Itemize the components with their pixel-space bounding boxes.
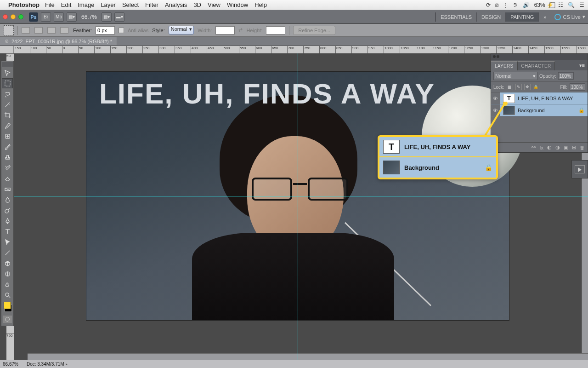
collapsed-panel[interactable] xyxy=(571,160,588,178)
subtract-selection-button[interactable] xyxy=(47,27,56,34)
new-selection-button[interactable] xyxy=(22,27,30,34)
workspace-painting[interactable]: PAINTING xyxy=(505,12,538,22)
lock-pixels-icon[interactable]: ✎ xyxy=(515,84,522,90)
history-brush-tool[interactable] xyxy=(2,163,13,173)
menu-window[interactable]: Window xyxy=(227,1,248,8)
tools-panel-grip[interactable] xyxy=(2,62,13,67)
line-tool[interactable] xyxy=(2,247,13,258)
airplay-icon[interactable]: ⎚ xyxy=(495,2,498,8)
menu-view[interactable]: View xyxy=(208,1,220,8)
layer-name[interactable]: LIFE, UH, FINDS A WAY xyxy=(518,96,573,101)
document-tab[interactable]: ⊗ 2422_FPT_00051R.jpg @ 66.7% (RGB/8#) * xyxy=(0,37,117,45)
blur-tool[interactable] xyxy=(2,195,13,205)
workspace-more-button[interactable]: » xyxy=(538,12,551,22)
horizontal-ruler[interactable]: 1501005005010015020025030035040045050055… xyxy=(14,46,588,53)
foreground-color-swatch[interactable] xyxy=(4,302,11,309)
height-input[interactable] xyxy=(266,26,285,34)
menu-3d[interactable]: 3D xyxy=(193,1,201,8)
refine-edge-button[interactable]: Refine Edge... xyxy=(293,26,335,35)
menu-filter[interactable]: Filter xyxy=(145,1,158,8)
gradient-tool[interactable] xyxy=(2,184,13,194)
style-select[interactable]: Normal ▾ xyxy=(169,26,194,34)
layer-mask-icon[interactable]: ◐ xyxy=(547,144,552,150)
menu-analysis[interactable]: Analysis xyxy=(165,1,187,8)
lock-transparency-icon[interactable]: ▦ xyxy=(507,84,513,90)
wand-tool[interactable] xyxy=(2,99,13,109)
intersect-selection-button[interactable] xyxy=(60,27,68,34)
opacity-input[interactable]: 100% xyxy=(558,72,574,80)
quick-mask-button[interactable] xyxy=(3,316,12,323)
3d-object-tool[interactable] xyxy=(2,258,13,268)
visibility-toggle-icon[interactable]: 👁 xyxy=(491,92,500,104)
menu-edit[interactable]: Edit xyxy=(61,1,71,8)
character-tab[interactable]: CHARACTER xyxy=(518,61,555,70)
swap-dimensions-icon[interactable]: ⇄ xyxy=(238,27,243,33)
volume-icon[interactable]: 🔊 xyxy=(523,2,530,8)
vertical-guide[interactable] xyxy=(298,53,298,360)
new-layer-icon[interactable]: ⊞ xyxy=(572,144,576,150)
add-selection-button[interactable] xyxy=(34,27,43,34)
crop-tool[interactable] xyxy=(2,110,13,120)
minimize-window-button[interactable] xyxy=(11,14,16,19)
text-layer-rendered[interactable]: LIFE, UH, FINDS A WAY xyxy=(99,77,435,110)
menu-select[interactable]: Select xyxy=(122,1,139,8)
dodge-tool[interactable] xyxy=(2,205,13,215)
marquee-tool[interactable] xyxy=(2,78,13,88)
feather-input[interactable] xyxy=(96,26,115,34)
menu-extras-icon[interactable]: ☰ xyxy=(579,2,584,8)
current-tool-icon[interactable] xyxy=(4,25,14,35)
panel-grip[interactable] xyxy=(491,54,588,60)
close-window-button[interactable] xyxy=(3,14,8,19)
fill-input[interactable]: 100% xyxy=(570,83,585,91)
arrange-documents-button[interactable]: ▦▾ xyxy=(102,12,112,22)
layer-fx-icon[interactable]: fx xyxy=(539,145,543,150)
layer-name[interactable]: Background xyxy=(518,108,545,113)
path-selection-tool[interactable] xyxy=(2,237,13,247)
battery-status[interactable]: 63% ⚡⃞ xyxy=(534,2,554,8)
workspace-essentials[interactable]: ESSENTIALS xyxy=(435,12,476,22)
zoom-level[interactable]: 66.7% xyxy=(81,14,97,20)
adjustment-layer-icon[interactable]: ◑ xyxy=(555,144,560,150)
heal-tool[interactable] xyxy=(2,131,13,141)
type-tool[interactable] xyxy=(2,226,13,236)
horizontal-scrollbar[interactable] xyxy=(28,353,588,360)
sync-icon[interactable]: ⟳ xyxy=(486,2,491,8)
3d-camera-tool[interactable] xyxy=(2,269,13,279)
menu-image[interactable]: Image xyxy=(78,1,94,8)
color-swatches[interactable] xyxy=(2,302,13,314)
pen-tool[interactable] xyxy=(2,216,13,226)
wifi-icon[interactable]: ⚞ xyxy=(513,2,518,8)
status-zoom[interactable]: 66.67% xyxy=(3,362,18,367)
new-group-icon[interactable]: ▣ xyxy=(564,144,568,150)
date-icon[interactable]: ☷ xyxy=(558,2,563,8)
workspace-design[interactable]: DESIGN xyxy=(476,12,505,22)
horizontal-guide[interactable] xyxy=(14,196,588,196)
menu-file[interactable]: File xyxy=(45,1,55,8)
visibility-toggle-icon[interactable]: 👁 xyxy=(491,104,500,116)
antialias-checkbox[interactable] xyxy=(119,28,124,33)
hand-tool[interactable] xyxy=(2,279,13,289)
width-input[interactable] xyxy=(215,26,235,34)
spotlight-icon[interactable]: 🔍 xyxy=(568,2,575,8)
layer-row[interactable]: 👁 T LIFE, UH, FINDS A WAY xyxy=(491,92,588,104)
bluetooth-icon[interactable]: ⋮ xyxy=(503,2,509,8)
screen-mode-button[interactable]: ▬▾ xyxy=(114,12,124,22)
zoom-window-button[interactable] xyxy=(18,14,23,19)
lock-position-icon[interactable]: ✥ xyxy=(524,84,531,90)
panel-menu-icon[interactable]: ▾≡ xyxy=(577,61,588,70)
minibridge-button[interactable]: Mb xyxy=(54,12,64,22)
layer-row[interactable]: 👁 Background 🔒 xyxy=(491,104,588,116)
zoom-tool[interactable] xyxy=(2,290,13,300)
status-doc-size[interactable]: Doc: 3.34M/3.71M▸ xyxy=(27,362,68,367)
menu-help[interactable]: Help xyxy=(254,1,267,8)
link-layers-icon[interactable]: ⚯ xyxy=(531,144,536,150)
eraser-tool[interactable] xyxy=(2,173,13,184)
stamp-tool[interactable] xyxy=(2,152,13,162)
delete-layer-icon[interactable]: 🗑 xyxy=(580,145,585,150)
view-extras-button[interactable]: ▦▾ xyxy=(67,12,77,22)
close-tab-icon[interactable]: ⊗ xyxy=(5,38,9,44)
menu-layer[interactable]: Layer xyxy=(101,1,116,8)
bridge-button[interactable]: Br xyxy=(41,12,51,22)
blend-mode-select[interactable]: Normal▾ xyxy=(493,72,537,80)
brush-tool[interactable] xyxy=(2,142,13,152)
